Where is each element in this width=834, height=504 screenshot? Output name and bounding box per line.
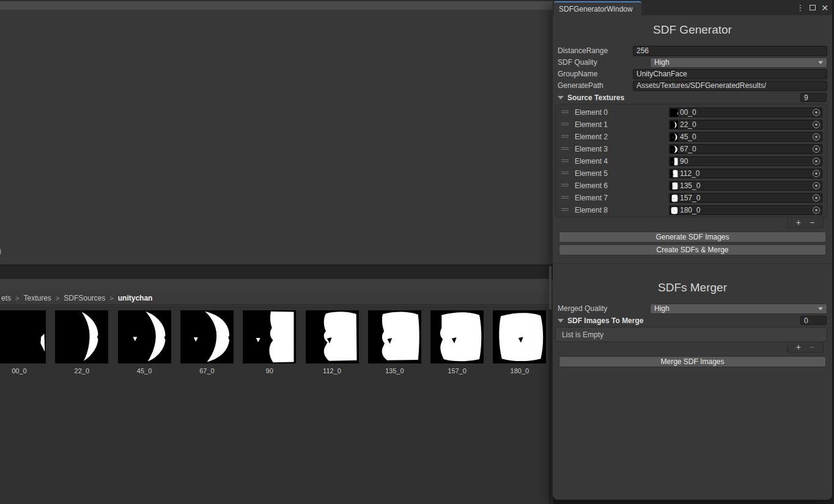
object-picker-icon[interactable] (813, 158, 820, 165)
merged-quality-dropdown[interactable]: High (650, 304, 827, 314)
texture-preview (243, 310, 296, 363)
console-status-bar (0, 265, 553, 279)
group-name-label: GroupName (558, 70, 633, 78)
remove-merge-image-button[interactable]: − (810, 343, 814, 351)
generate-path-label: GeneratePath (558, 81, 633, 90)
asset-thumbnail[interactable]: 135_0 (368, 310, 421, 374)
distance-range-row: DistanceRange (558, 45, 827, 56)
element-label: Element 3 (575, 145, 608, 153)
texture-mini-preview (670, 170, 678, 178)
group-name-row: GroupName (558, 68, 827, 79)
element-label: Element 1 (575, 120, 608, 129)
breadcrumb-item[interactable]: ets (1, 294, 11, 302)
texture-name: 157_0 (680, 194, 813, 202)
source-textures-size[interactable]: 9 (800, 93, 827, 102)
asset-thumbnail[interactable]: 90 (243, 310, 296, 374)
texture-element-row: Element 1 22_0 (556, 119, 827, 131)
tab-sdfgeneratorwindow[interactable]: SDFGeneratorWindow (554, 1, 641, 15)
scene-view: ) (0, 10, 553, 265)
generate-sdf-images-button[interactable]: Generate SDF Images (559, 232, 826, 243)
object-picker-icon[interactable] (813, 121, 820, 128)
texture-object-field[interactable]: 112_0 (669, 169, 822, 178)
asset-name: 67_0 (180, 367, 234, 374)
foldout-triangle-icon (558, 319, 564, 323)
asset-thumbnail[interactable]: 157_0 (430, 310, 484, 374)
drag-handle-icon[interactable] (561, 123, 569, 126)
window-controls: ⋮ ✕ (796, 0, 828, 15)
object-picker-icon[interactable] (813, 170, 820, 177)
foldout-triangle-icon (558, 96, 564, 100)
asset-thumbnail[interactable]: 45_0 (118, 310, 171, 374)
menu-kebab-icon[interactable]: ⋮ (796, 3, 804, 12)
asset-thumbnail[interactable]: 180_0 (493, 310, 546, 374)
add-merge-image-button[interactable]: + (796, 343, 801, 351)
images-to-merge-label: SDF Images To Merge (567, 316, 800, 325)
drag-handle-icon[interactable] (561, 208, 569, 212)
object-picker-icon[interactable] (813, 109, 820, 116)
element-label: Element 0 (575, 108, 608, 117)
drag-handle-icon[interactable] (561, 135, 569, 139)
asset-thumbnail[interactable]: 22_0 (55, 310, 108, 374)
element-label: Element 8 (575, 206, 608, 214)
texture-object-field[interactable]: 90 (669, 156, 822, 166)
drag-handle-icon[interactable] (561, 147, 569, 151)
drag-handle-icon[interactable] (561, 159, 569, 163)
asset-name: 180_0 (493, 367, 546, 374)
element-label: Element 4 (575, 157, 608, 166)
texture-preview (0, 310, 46, 363)
breadcrumb-item[interactable]: Textures (23, 294, 51, 302)
breadcrumb-item[interactable]: unitychan (118, 294, 153, 302)
object-picker-icon[interactable] (813, 206, 820, 214)
create-sdfs-merge-button[interactable]: Create SDFs & Merge (559, 244, 826, 255)
texture-object-field[interactable]: 157_0 (669, 193, 822, 203)
texture-mini-preview (670, 109, 678, 117)
remove-element-button[interactable]: − (810, 218, 814, 227)
texture-object-field[interactable]: 22_0 (669, 120, 822, 130)
texture-name: 180_0 (680, 206, 813, 214)
object-picker-icon[interactable] (813, 133, 820, 141)
texture-element-row: Element 5 112_0 (556, 167, 827, 180)
images-to-merge-size[interactable]: 0 (800, 316, 827, 325)
texture-object-field[interactable]: 00_0 (669, 108, 822, 117)
texture-mini-preview (670, 133, 678, 141)
project-scrollbar[interactable] (549, 265, 552, 504)
drag-handle-icon[interactable] (561, 111, 569, 114)
asset-thumbnail[interactable]: 00_0 (0, 310, 46, 374)
object-picker-icon[interactable] (813, 182, 820, 189)
chevron-down-icon (818, 61, 823, 64)
group-name-input[interactable] (633, 69, 827, 79)
drag-handle-icon[interactable] (561, 196, 569, 200)
window-titlebar[interactable]: SDFGeneratorWindow ⋮ ✕ (553, 0, 832, 15)
object-picker-icon[interactable] (813, 145, 820, 153)
drag-handle-icon[interactable] (561, 172, 569, 175)
texture-object-field[interactable]: 67_0 (669, 144, 822, 154)
close-icon[interactable]: ✕ (821, 4, 828, 12)
merged-quality-label: Merged Quality (558, 304, 633, 313)
sdf-quality-row: SDF Quality High (558, 57, 827, 68)
element-label: Element 2 (575, 133, 608, 141)
texture-object-field[interactable]: 180_0 (669, 205, 822, 215)
asset-thumbnail[interactable]: 67_0 (180, 310, 234, 374)
asset-name: 90 (243, 367, 296, 374)
texture-preview (368, 310, 421, 363)
source-textures-foldout[interactable]: Source Textures 9 (558, 92, 827, 103)
generate-path-input[interactable] (633, 81, 827, 91)
merge-list-footer-controls: + − (787, 342, 824, 352)
scrollbar-thumb[interactable] (549, 266, 552, 310)
breadcrumb-item[interactable]: SDFSources (64, 294, 105, 302)
sdf-quality-dropdown[interactable]: High (650, 57, 827, 68)
texture-name: 45_0 (680, 133, 813, 141)
asset-name: 00_0 (0, 367, 46, 374)
drag-handle-icon[interactable] (561, 184, 569, 188)
texture-object-field[interactable]: 45_0 (669, 132, 822, 142)
distance-range-input[interactable] (633, 46, 827, 56)
sdf-quality-value: High (654, 58, 818, 67)
merge-sdf-images-button[interactable]: Merge SDF Images (559, 356, 826, 367)
element-label: Element 5 (575, 169, 608, 178)
texture-object-field[interactable]: 135_0 (669, 181, 822, 191)
object-picker-icon[interactable] (813, 194, 820, 202)
images-to-merge-foldout[interactable]: SDF Images To Merge 0 (558, 315, 827, 326)
maximize-icon[interactable] (810, 5, 816, 10)
asset-thumbnail[interactable]: 112_0 (306, 310, 359, 374)
add-element-button[interactable]: + (796, 218, 801, 227)
